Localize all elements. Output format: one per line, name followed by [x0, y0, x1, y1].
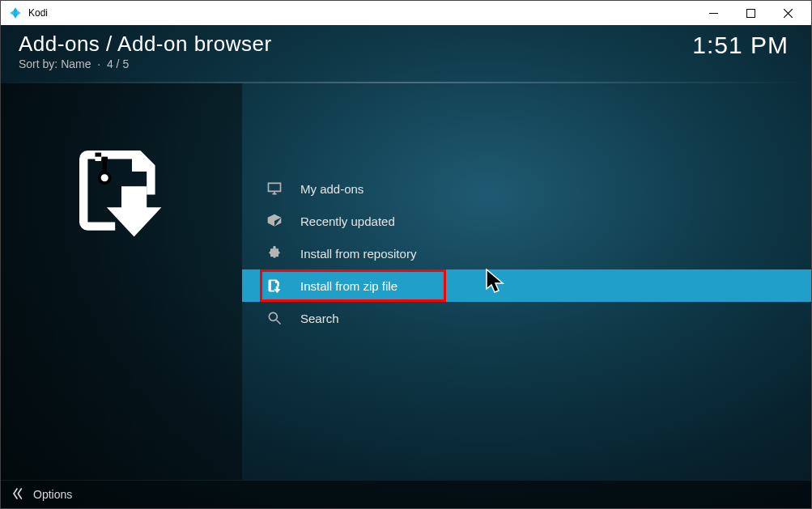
list-item-install-from-repository[interactable]: Install from repository [242, 237, 811, 269]
header-separator [1, 82, 811, 83]
svg-rect-3 [96, 153, 102, 157]
kodi-logo-icon [9, 6, 22, 19]
list-item-label: Recently updated [300, 214, 395, 228]
svg-point-7 [269, 312, 277, 320]
window-minimize-button[interactable] [695, 1, 732, 25]
svg-rect-1 [746, 9, 755, 17]
clock: 1:51 PM [692, 32, 789, 59]
window-close-button[interactable] [769, 1, 806, 25]
svg-rect-6 [101, 157, 108, 161]
options-label: Options [33, 488, 72, 501]
addon-browser-list: My add-ons Recently updated Install from… [242, 83, 811, 480]
window-title: Kodi [28, 7, 695, 19]
box-open-icon [266, 213, 283, 229]
list-item-install-from-zip[interactable]: Install from zip file [242, 269, 811, 302]
window-maximize-button[interactable] [732, 1, 769, 25]
search-icon [266, 310, 283, 326]
header-subline: Sort by: Name · 4 / 5 [19, 57, 272, 70]
monitor-icon [266, 180, 283, 197]
svg-rect-5 [96, 157, 102, 161]
header: Add-ons / Add-on browser Sort by: Name ·… [1, 25, 811, 83]
zip-download-icon [266, 278, 283, 294]
list-item-label: My add-ons [300, 182, 363, 196]
footer[interactable]: Options [1, 480, 811, 508]
svg-rect-0 [709, 13, 718, 14]
list-item-label: Install from zip file [300, 279, 397, 293]
svg-rect-4 [101, 153, 108, 157]
options-icon [12, 487, 25, 503]
list-item-label: Search [300, 312, 339, 325]
list-item-my-addons[interactable]: My add-ons [242, 172, 811, 205]
breadcrumb: Add-ons / Add-on browser [19, 32, 272, 57]
sidebar [1, 83, 242, 480]
sort-label: Sort by: Name [19, 57, 91, 70]
window-titlebar: Kodi [1, 1, 811, 25]
list-item-search[interactable]: Search [242, 302, 811, 334]
svg-point-2 [100, 172, 110, 183]
list-item-recently-updated[interactable]: Recently updated [242, 205, 811, 237]
list-item-label: Install from repository [300, 247, 416, 261]
puzzle-icon [266, 245, 283, 261]
zip-download-large-icon [61, 132, 182, 253]
list-counter: 4 / 5 [107, 57, 129, 70]
